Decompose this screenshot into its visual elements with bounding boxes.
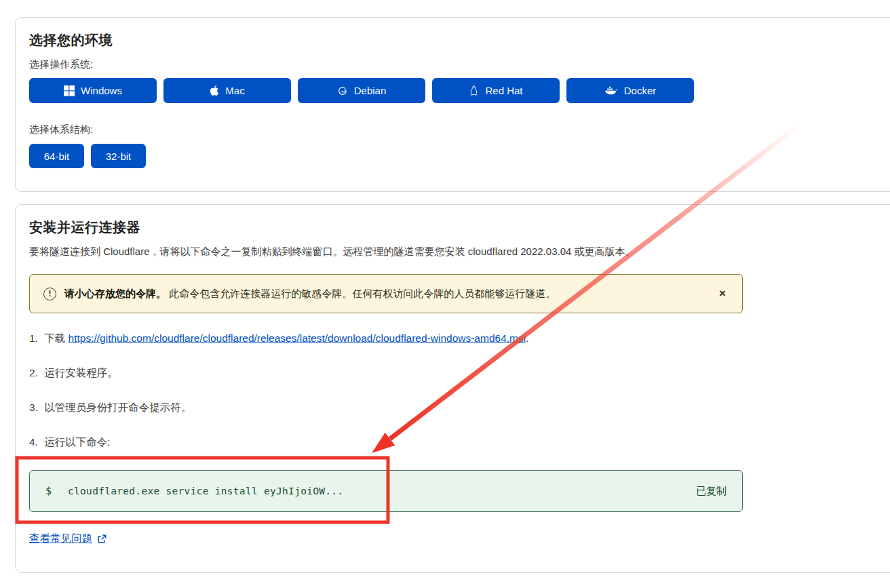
- os-button-label: Windows: [81, 85, 122, 96]
- install-card: 安装并运行连接器 要将隧道连接到 Cloudflare，请将以下命令之一复制粘贴…: [15, 204, 890, 573]
- warning-bold-text: 请小心存放您的令牌。: [64, 288, 166, 299]
- os-label: 选择操作系统:: [29, 58, 887, 71]
- step-text-suffix: .: [526, 332, 528, 344]
- copied-button[interactable]: 已复制: [696, 485, 727, 498]
- step-4: 4. 运行以下命令:: [29, 435, 887, 450]
- token-warning-banner: ! 请小心存放您的令牌。 此命令包含允许连接器运行的敏感令牌。任何有权访问此令牌…: [29, 274, 743, 313]
- external-link-icon: [97, 534, 107, 544]
- step-2: 2. 运行安装程序。: [29, 366, 887, 380]
- step-text: 下载: [44, 332, 65, 344]
- arch-button-64bit[interactable]: 64-bit: [29, 144, 84, 168]
- os-button-debian[interactable]: Debian: [298, 78, 425, 103]
- arch-button-row: 64-bit 32-bit: [29, 144, 887, 168]
- alert-circle-icon: !: [43, 288, 56, 300]
- apple-icon: [210, 85, 219, 96]
- os-button-docker[interactable]: Docker: [566, 78, 694, 103]
- environment-card: 选择您的环境 选择操作系统: Windows Mac Debian Red Ha…: [15, 17, 890, 192]
- command-prompt: $: [45, 485, 52, 497]
- docker-whale-icon: [604, 85, 618, 96]
- os-button-label: Red Hat: [485, 85, 522, 96]
- step-text: 以管理员身份打开命令提示符。: [44, 401, 191, 413]
- arch-label: 选择体系结构:: [29, 123, 887, 136]
- step-number: 1.: [29, 332, 38, 344]
- os-button-redhat[interactable]: Red Hat: [432, 78, 560, 103]
- command-text: cloudflared.exe service install eyJhIjoi…: [68, 486, 343, 496]
- step-3: 3. 以管理员身份打开命令提示符。: [29, 401, 887, 415]
- os-button-row: Windows Mac Debian Red Hat Docker: [29, 78, 887, 103]
- step-number: 3.: [29, 401, 38, 413]
- os-button-mac[interactable]: Mac: [163, 78, 291, 103]
- os-button-windows[interactable]: Windows: [29, 78, 157, 103]
- arch-button-32bit[interactable]: 32-bit: [91, 144, 146, 168]
- os-button-label: Debian: [354, 85, 387, 96]
- step-text: 运行安装程序。: [44, 367, 118, 378]
- close-icon[interactable]: ×: [715, 286, 730, 302]
- faq-row: 查看常见问题: [29, 532, 887, 546]
- windows-icon: [64, 85, 75, 96]
- install-title: 安装并运行连接器: [29, 218, 887, 237]
- warning-body-text: 此命令包含允许连接器运行的敏感令牌。任何有权访问此令牌的人员都能够运行隧道。: [169, 288, 556, 299]
- command-box[interactable]: $ cloudflared.exe service install eyJhIj…: [29, 470, 743, 512]
- tux-penguin-icon: [469, 85, 479, 96]
- download-link[interactable]: https://github.com/cloudflare/cloudflare…: [69, 332, 526, 344]
- step-number: 4.: [29, 436, 38, 448]
- step-1: 1. 下载 https://github.com/cloudflare/clou…: [29, 332, 887, 346]
- warning-text: 请小心存放您的令牌。 此命令包含允许连接器运行的敏感令牌。任何有权访问此令牌的人…: [64, 288, 556, 300]
- environment-title: 选择您的环境: [29, 31, 887, 50]
- faq-link[interactable]: 查看常见问题: [29, 532, 92, 546]
- install-intro: 要将隧道连接到 Cloudflare，请将以下命令之一复制粘贴到终端窗口。远程管…: [29, 246, 887, 258]
- os-button-label: Docker: [624, 85, 657, 96]
- debian-swirl-icon: [337, 85, 348, 96]
- step-number: 2.: [29, 367, 38, 378]
- step-text: 运行以下命令:: [44, 436, 110, 448]
- os-button-label: Mac: [225, 85, 244, 96]
